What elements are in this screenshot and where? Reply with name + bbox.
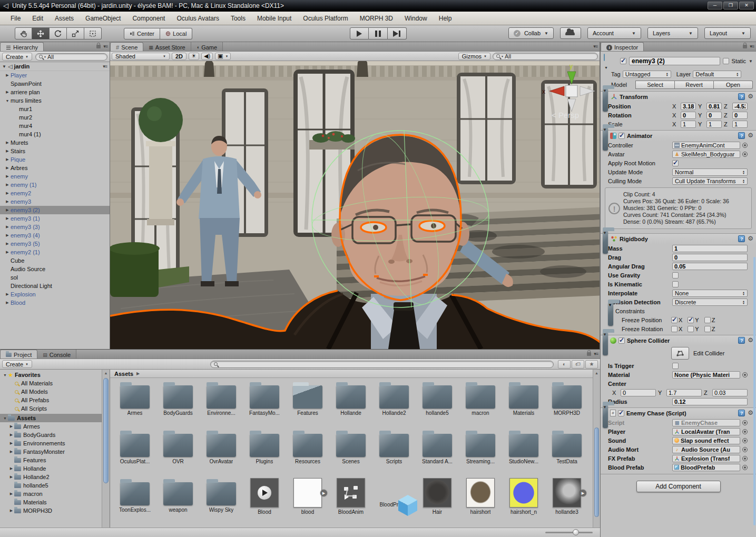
pivot-local-button[interactable]: Local <box>160 28 192 39</box>
foldout-arrow-icon[interactable]: ▶ <box>4 250 11 254</box>
culling-mode-dropdown[interactable]: Cull Update Transforms <box>672 177 748 185</box>
hierarchy-item[interactable]: Cube <box>0 256 110 265</box>
scene-row-menu-icon[interactable]: ▾≡ <box>103 64 107 69</box>
foldout-arrow-icon[interactable]: ▶ <box>4 225 11 229</box>
favorites-root[interactable]: ▼★ Favorites <box>0 371 110 379</box>
project-tree-folder[interactable]: ▶Hollande2 <box>0 473 110 481</box>
project-tree-folder[interactable]: ▶Hollande <box>0 464 110 473</box>
asset-item[interactable]: weapon <box>156 476 200 524</box>
apply-root-motion-checkbox[interactable] <box>672 160 679 166</box>
object-picker-icon[interactable] <box>742 420 748 425</box>
hierarchy-item[interactable]: ▶Stairs <box>0 147 110 155</box>
project-tree-folder[interactable]: ▶macron <box>0 490 110 498</box>
maximize-button[interactable]: ❐ <box>723 2 738 9</box>
foldout-arrow-icon[interactable]: ▶ <box>4 174 11 178</box>
rotate-tool-button[interactable] <box>50 27 67 39</box>
constraints-foldout[interactable]: ▼ <box>608 303 613 326</box>
tree-scrollbar[interactable]: ▲ ▼ <box>102 370 110 537</box>
scene-search-input[interactable] <box>505 53 594 59</box>
project-create-button[interactable]: Create▼ <box>2 360 32 368</box>
foldout-arrow-icon[interactable]: ▶ <box>8 450 14 454</box>
asset-item[interactable]: Hair <box>416 476 459 524</box>
hierarchy-item[interactable]: Audio Source <box>0 265 110 273</box>
move-tool-button[interactable] <box>32 27 50 39</box>
angular-drag-field[interactable] <box>672 263 748 270</box>
project-tree-folder[interactable]: ▶Armes <box>0 422 110 431</box>
asset-item[interactable]: Environne... <box>200 379 243 427</box>
menu-help[interactable]: Help <box>434 13 457 24</box>
tab-console[interactable]: ▤ Console <box>37 350 76 359</box>
animator-enabled-checkbox[interactable] <box>618 133 625 139</box>
player-object-field[interactable]: LocalAvatar (Tran <box>672 428 740 435</box>
asset-item[interactable]: OculusPlat... <box>113 427 156 476</box>
hierarchy-item[interactable]: SpawnPoint <box>0 79 110 88</box>
freeze-position-y-checkbox[interactable] <box>688 317 694 323</box>
avatar-object-field[interactable]: ♟ SkelMesh_Bodyguar <box>672 151 740 158</box>
play-button[interactable] <box>350 27 369 39</box>
object-picker-icon[interactable] <box>742 438 748 443</box>
asset-item[interactable]: Blood <box>243 476 286 524</box>
scene-foldout-icon[interactable]: ▼ <box>2 64 6 69</box>
panel-menu-icon[interactable]: ▾≡ <box>103 44 107 49</box>
foldout-arrow-icon[interactable]: ▶ <box>4 242 11 246</box>
asset-item[interactable]: Hollande <box>329 379 372 427</box>
scene-viewport[interactable]: y x < Persp <box>110 61 600 349</box>
lighting-toggle-button[interactable]: ☀ <box>189 53 199 60</box>
object-picker-icon[interactable] <box>742 372 748 377</box>
asset-item[interactable]: macron <box>459 379 502 427</box>
foldout-arrow-icon[interactable]: ▶ <box>4 183 11 187</box>
hierarchy-item[interactable]: mur4 (1) <box>0 130 110 138</box>
scale-tool-button[interactable] <box>67 27 84 39</box>
hierarchy-item[interactable]: ▶Pique <box>0 155 110 164</box>
expand-arrow-icon[interactable]: ▶ <box>580 490 586 496</box>
hierarchy-item[interactable]: ▶enemy3 (5) <box>0 240 110 248</box>
hierarchy-item[interactable]: ▶arriere plan <box>0 88 110 96</box>
asset-item[interactable]: MORPH3D <box>545 379 588 427</box>
rotation-x-field[interactable] <box>681 112 696 119</box>
effects-dropdown[interactable]: ▣▼ <box>215 53 231 60</box>
freeze-rotation-x-checkbox[interactable] <box>671 326 678 332</box>
static-dropdown-icon[interactable]: ▼ <box>749 59 753 64</box>
expand-arrow-icon[interactable]: ▶ <box>320 490 327 496</box>
hierarchy-item[interactable]: ▶enemy2 (1) <box>0 248 110 256</box>
inspector-menu-icon[interactable]: ▾≡ <box>750 44 754 49</box>
asset-item[interactable]: ToonExplos... <box>113 476 156 524</box>
foldout-arrow-icon[interactable]: ▶ <box>4 90 11 94</box>
asset-item[interactable]: StudioNew... <box>502 427 545 476</box>
menu-tools[interactable]: Tools <box>225 13 251 24</box>
rotation-z-field[interactable] <box>732 112 748 119</box>
hierarchy-item[interactable]: ▶Explosion <box>0 290 110 299</box>
hierarchy-item[interactable]: mur2 <box>0 113 110 122</box>
hierarchy-item[interactable]: ▶enemy2 <box>0 189 110 197</box>
script-enabled-checkbox[interactable] <box>618 410 624 416</box>
hierarchy-item[interactable]: ▶enemy3 <box>0 197 110 206</box>
lock-icon[interactable] <box>96 45 101 48</box>
use-gravity-checkbox[interactable] <box>672 272 679 279</box>
freeze-position-x-checkbox[interactable] <box>671 317 678 323</box>
foldout-arrow-icon[interactable]: ▶ <box>4 200 11 204</box>
hierarchy-item[interactable]: ▶enemy <box>0 172 110 181</box>
foldout-arrow-icon[interactable]: ▶ <box>8 509 14 513</box>
asset-item[interactable]: BloodAnim <box>329 476 372 524</box>
mass-field[interactable] <box>672 245 748 252</box>
hierarchy-item[interactable]: mur1 <box>0 105 110 113</box>
pause-button[interactable] <box>369 27 388 39</box>
object-picker-icon[interactable] <box>742 465 748 470</box>
is-trigger-checkbox[interactable] <box>672 363 679 369</box>
project-search-input[interactable] <box>219 361 550 367</box>
menu-oculus-platform[interactable]: Oculus Platform <box>298 13 353 24</box>
radius-field[interactable] <box>672 398 748 405</box>
script-foldout[interactable]: ▼ <box>603 405 608 428</box>
object-picker-icon[interactable] <box>742 447 748 452</box>
project-tree-folder[interactable]: ▶BodyGuards <box>0 431 110 439</box>
project-lock-icon[interactable] <box>587 352 591 356</box>
project-tree-folder[interactable]: ▶FantasyMonster <box>0 448 110 456</box>
model-select-button[interactable]: Select <box>635 81 675 89</box>
inspector-lock-icon[interactable] <box>743 45 747 48</box>
tag-dropdown[interactable]: Untagged <box>623 71 671 78</box>
foldout-arrow-icon[interactable]: ▶ <box>8 466 14 471</box>
script-object-field[interactable]: ▤EnemyChase <box>672 419 740 426</box>
project-search[interactable] <box>210 361 554 368</box>
is-kinematic-checkbox[interactable] <box>672 281 679 287</box>
fx-prefab-object-field[interactable]: Explosion (Transf <box>672 455 740 462</box>
